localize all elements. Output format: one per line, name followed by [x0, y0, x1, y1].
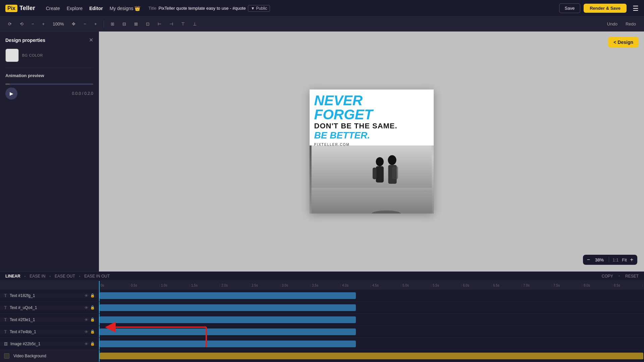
nav-editor[interactable]: Editor	[89, 6, 103, 11]
ruler-mark-11: 5.5s	[431, 284, 461, 287]
timeline-controls: LINEAR • EASE IN • EASE OUT • EASE IN OU…	[0, 272, 644, 281]
ruler-mark-1: 0.5s	[129, 284, 159, 287]
track-icons-2: 👁 🔒	[85, 305, 95, 310]
track-bar-image1[interactable]	[100, 341, 356, 347]
align-top[interactable]: ⊡	[143, 20, 152, 28]
track-bar-video-bg[interactable]	[100, 353, 643, 359]
track-content-text2[interactable]	[99, 302, 644, 313]
track-content-text4[interactable]	[99, 326, 644, 338]
track-visibility-btn-3[interactable]: 👁	[85, 317, 88, 322]
track-type-text4-icon: 𝕋	[4, 329, 7, 334]
minus-btn[interactable]: −	[29, 20, 37, 28]
nav-actions: Save Render & Save ☰	[559, 3, 639, 13]
reset-button[interactable]: RESET	[625, 274, 639, 279]
minus2-btn[interactable]: −	[81, 20, 89, 28]
ruler-playhead[interactable]	[99, 281, 100, 290]
zoom-in-button[interactable]: +	[630, 257, 633, 263]
design-button[interactable]: < Design	[608, 37, 639, 48]
progress-bar-bg[interactable]	[5, 83, 93, 85]
track-playhead-3	[99, 314, 100, 325]
ease-in-out[interactable]: EASE IN OUT	[84, 274, 110, 279]
bg-color-swatch[interactable]	[5, 49, 19, 62]
track-type-text2-icon: 𝕋	[4, 305, 7, 310]
track-content-image1[interactable]	[99, 338, 644, 350]
distribute-h[interactable]: ⊤	[178, 20, 187, 28]
align-left[interactable]: ⊞	[108, 20, 117, 28]
track-row-text3: 𝕋 Text #2f3e1_1 👁 🔒	[0, 314, 644, 326]
track-visibility-btn-2[interactable]: 👁	[85, 305, 88, 310]
redo-text-btn[interactable]: Redo	[623, 20, 639, 28]
track-visibility-btn-5[interactable]: 👁	[85, 342, 88, 346]
nav-mydesigns[interactable]: My designs 👑	[110, 6, 141, 11]
svg-rect-1	[311, 187, 432, 214]
canvas-photo	[310, 145, 434, 214]
track-bar-text2[interactable]	[100, 304, 356, 311]
save-button[interactable]: Save	[559, 3, 581, 13]
ease-out[interactable]: EASE OUT	[55, 274, 75, 279]
track-content-text1[interactable]	[99, 290, 644, 301]
track-name-text1: Text #182fg_1	[10, 293, 82, 298]
track-content-video-bg[interactable]	[99, 350, 644, 362]
design-canvas[interactable]: NEVER FORGET DON'T BE THE SAME. BE BETTE…	[310, 89, 434, 214]
track-lock-btn-4[interactable]: 🔒	[90, 329, 95, 334]
align-bottom[interactable]: ⊣	[167, 20, 176, 28]
ruler-mark-0: 0s	[99, 284, 129, 287]
anim-preview-title: Animation preview	[5, 73, 93, 78]
copy-button[interactable]: COPY	[602, 274, 613, 279]
track-name-text4: Text #7e4bb_1	[10, 329, 82, 334]
redo-btn[interactable]: ⟲	[17, 20, 26, 28]
hamburger-icon[interactable]: ☰	[633, 4, 639, 12]
plus-btn[interactable]: +	[40, 20, 48, 28]
track-label-text1: 𝕋 Text #182fg_1 👁 🔒	[0, 293, 99, 298]
upper-area: Design properties ✕ BG COLOR Animation p…	[0, 32, 644, 272]
align-center-v[interactable]: ⊢	[155, 20, 164, 28]
ease-in[interactable]: EASE IN	[30, 274, 45, 279]
top-nav: Pix Teller Create Explore Editor My desi…	[0, 0, 644, 17]
logo[interactable]: Pix Teller	[5, 5, 35, 12]
track-lock-btn-1[interactable]: 🔒	[90, 293, 95, 298]
visibility-badge[interactable]: ▼ Public	[248, 5, 270, 12]
ease-dot-1: •	[24, 275, 26, 278]
ease-linear[interactable]: LINEAR	[5, 274, 20, 279]
track-bar-text4[interactable]	[100, 328, 356, 335]
track-content-text3[interactable]	[99, 314, 644, 325]
play-button[interactable]: ▶	[5, 87, 17, 100]
track-lock-btn-3[interactable]: 🔒	[90, 317, 95, 322]
move-btn[interactable]: ✥	[69, 20, 78, 28]
track-row-image1: 🖼 Image #22b5c_1 👁 🔒	[0, 338, 644, 350]
checkbox-video-bg[interactable]	[4, 353, 9, 359]
align-right[interactable]: ⊠	[131, 20, 141, 28]
title-value[interactable]: PixTeller quote template easy to use - #…	[159, 6, 246, 11]
nav-create[interactable]: Create	[46, 6, 60, 11]
ruler-mark-13: 6.5s	[491, 284, 522, 287]
close-panel-button[interactable]: ✕	[89, 37, 93, 43]
undo-text-btn[interactable]: Undo	[604, 20, 620, 28]
track-name-text3: Text #2f3e1_1	[10, 317, 82, 322]
timeline-ruler: 0s 0.5s 1.0s 1.5s 2.0s 2.5s 3.0s 3.5s 4.…	[0, 281, 644, 290]
track-bar-text3[interactable]	[100, 316, 356, 323]
align-center-h[interactable]: ⊟	[120, 20, 129, 28]
track-visibility-btn-4[interactable]: 👁	[85, 329, 88, 334]
canvas-wrapper: NEVER FORGET DON'T BE THE SAME. BE BETTE…	[99, 32, 644, 272]
rotate-btn[interactable]: ⟳	[5, 20, 14, 28]
render-save-button[interactable]: Render & Save	[584, 4, 627, 13]
track-lock-btn-5[interactable]: 🔒	[90, 342, 95, 346]
track-bar-text1[interactable]	[100, 292, 356, 299]
ruler-mark-9: 4.5s	[371, 284, 401, 287]
zoom-out-button[interactable]: −	[587, 257, 590, 263]
plus2-btn[interactable]: +	[92, 20, 100, 28]
zoom-ratio: 1:1	[612, 257, 619, 262]
distribute-v[interactable]: ⊥	[190, 20, 199, 28]
title-label: Title	[148, 6, 156, 11]
bg-color-label: BG COLOR	[22, 53, 43, 57]
panel-divider	[5, 67, 93, 68]
ruler-mark-2: 1.0s	[159, 284, 190, 287]
text-be-better: BE BETTER.	[314, 130, 429, 141]
track-lock-btn-2[interactable]: 🔒	[90, 305, 95, 310]
zoom-fit-button[interactable]: Fit	[622, 257, 627, 262]
toolbar-sep-1	[104, 21, 104, 27]
ruler-mark-4: 2.0s	[220, 284, 250, 287]
track-visibility-btn-1[interactable]: 👁	[85, 293, 88, 298]
ruler-mark-14: 7.0s	[522, 284, 552, 287]
nav-explore[interactable]: Explore	[67, 6, 83, 11]
